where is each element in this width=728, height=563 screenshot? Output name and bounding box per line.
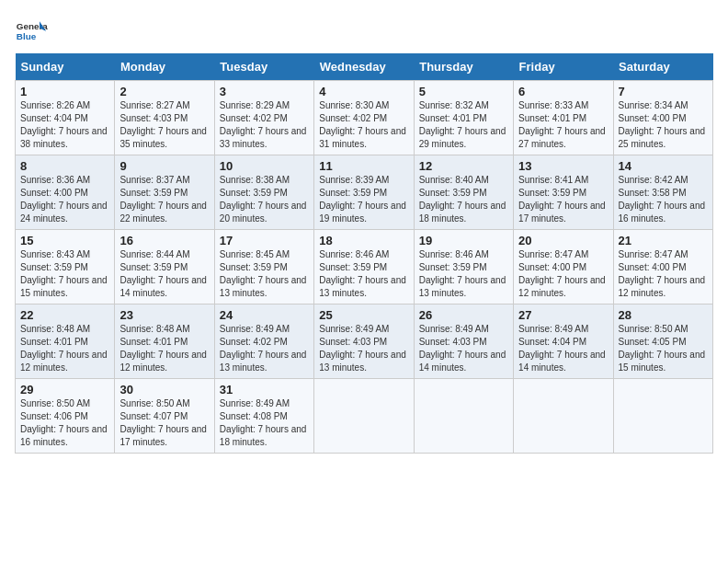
calendar-cell: 17 Sunrise: 8:45 AMSunset: 3:59 PMDaylig… <box>214 230 313 304</box>
day-detail: Sunrise: 8:49 AMSunset: 4:03 PMDaylight:… <box>319 324 406 373</box>
header-row: SundayMondayTuesdayWednesdayThursdayFrid… <box>16 53 713 81</box>
calendar-cell: 29 Sunrise: 8:50 AMSunset: 4:06 PMDaylig… <box>16 379 115 454</box>
day-detail: Sunrise: 8:47 AMSunset: 4:00 PMDaylight:… <box>619 249 706 298</box>
calendar-cell: 22 Sunrise: 8:48 AMSunset: 4:01 PMDaylig… <box>16 304 115 379</box>
calendar-cell: 8 Sunrise: 8:36 AMSunset: 4:00 PMDayligh… <box>16 155 115 230</box>
calendar-cell: 25 Sunrise: 8:49 AMSunset: 4:03 PMDaylig… <box>314 304 414 379</box>
calendar-cell: 20 Sunrise: 8:47 AMSunset: 4:00 PMDaylig… <box>514 230 613 304</box>
calendar-cell: 14 Sunrise: 8:42 AMSunset: 3:58 PMDaylig… <box>613 155 712 230</box>
day-detail: Sunrise: 8:41 AMSunset: 3:59 PMDaylight:… <box>518 175 606 224</box>
day-detail: Sunrise: 8:37 AMSunset: 3:59 PMDaylight:… <box>119 175 207 224</box>
day-detail: Sunrise: 8:50 AMSunset: 4:06 PMDaylight:… <box>20 398 108 447</box>
calendar-cell: 27 Sunrise: 8:49 AMSunset: 4:04 PMDaylig… <box>514 304 613 379</box>
calendar-cell: 15 Sunrise: 8:43 AMSunset: 3:59 PMDaylig… <box>16 230 115 304</box>
day-detail: Sunrise: 8:39 AMSunset: 3:59 PMDaylight:… <box>319 175 406 224</box>
calendar-cell: 7 Sunrise: 8:34 AMSunset: 4:00 PMDayligh… <box>613 81 712 155</box>
day-number: 14 <box>619 159 708 173</box>
day-detail: Sunrise: 8:49 AMSunset: 4:03 PMDaylight:… <box>419 324 506 373</box>
day-detail: Sunrise: 8:29 AMSunset: 4:02 PMDaylight:… <box>220 100 307 149</box>
calendar-week: 29 Sunrise: 8:50 AMSunset: 4:06 PMDaylig… <box>16 379 713 454</box>
calendar-table: SundayMondayTuesdayWednesdayThursdayFrid… <box>15 53 713 454</box>
calendar-cell <box>514 379 613 454</box>
day-detail: Sunrise: 8:33 AMSunset: 4:01 PMDaylight:… <box>518 100 606 149</box>
day-number: 20 <box>518 234 608 247</box>
day-number: 19 <box>419 234 508 247</box>
day-detail: Sunrise: 8:46 AMSunset: 3:59 PMDaylight:… <box>419 249 506 298</box>
calendar-cell: 12 Sunrise: 8:40 AMSunset: 3:59 PMDaylig… <box>414 155 513 230</box>
day-detail: Sunrise: 8:49 AMSunset: 4:04 PMDaylight:… <box>518 324 606 373</box>
day-number: 3 <box>220 85 309 98</box>
calendar-week: 8 Sunrise: 8:36 AMSunset: 4:00 PMDayligh… <box>16 155 713 230</box>
calendar-cell: 10 Sunrise: 8:38 AMSunset: 3:59 PMDaylig… <box>214 155 313 230</box>
day-detail: Sunrise: 8:42 AMSunset: 3:58 PMDaylight:… <box>619 175 706 224</box>
calendar-cell: 5 Sunrise: 8:32 AMSunset: 4:01 PMDayligh… <box>414 81 513 155</box>
day-number: 10 <box>220 159 309 173</box>
calendar-cell: 21 Sunrise: 8:47 AMSunset: 4:00 PMDaylig… <box>613 230 712 304</box>
day-number: 8 <box>20 159 109 173</box>
logo: General Blue <box>15 15 48 48</box>
day-detail: Sunrise: 8:48 AMSunset: 4:01 PMDaylight:… <box>20 324 108 373</box>
day-detail: Sunrise: 8:34 AMSunset: 4:00 PMDaylight:… <box>619 100 706 149</box>
calendar-cell: 28 Sunrise: 8:50 AMSunset: 4:05 PMDaylig… <box>613 304 712 379</box>
header-day: Wednesday <box>314 53 414 81</box>
day-detail: Sunrise: 8:32 AMSunset: 4:01 PMDaylight:… <box>419 100 506 149</box>
calendar-cell: 24 Sunrise: 8:49 AMSunset: 4:02 PMDaylig… <box>214 304 313 379</box>
day-number: 4 <box>319 85 408 98</box>
calendar-week: 15 Sunrise: 8:43 AMSunset: 3:59 PMDaylig… <box>16 230 713 304</box>
day-number: 27 <box>518 308 608 322</box>
day-detail: Sunrise: 8:43 AMSunset: 3:59 PMDaylight:… <box>20 249 108 298</box>
day-number: 17 <box>220 234 309 247</box>
day-number: 31 <box>220 383 309 396</box>
calendar-cell: 19 Sunrise: 8:46 AMSunset: 3:59 PMDaylig… <box>414 230 513 304</box>
day-detail: Sunrise: 8:30 AMSunset: 4:02 PMDaylight:… <box>319 100 406 149</box>
day-number: 11 <box>319 159 408 173</box>
day-detail: Sunrise: 8:38 AMSunset: 3:59 PMDaylight:… <box>220 175 307 224</box>
header-day: Saturday <box>613 53 712 81</box>
page-header: General Blue <box>15 15 713 48</box>
day-number: 2 <box>119 85 209 98</box>
day-number: 5 <box>419 85 508 98</box>
day-detail: Sunrise: 8:48 AMSunset: 4:01 PMDaylight:… <box>119 324 207 373</box>
header-day: Friday <box>514 53 613 81</box>
header-day: Tuesday <box>214 53 313 81</box>
header-day: Monday <box>115 53 214 81</box>
calendar-header: SundayMondayTuesdayWednesdayThursdayFrid… <box>16 53 713 81</box>
header-day: Sunday <box>16 53 115 81</box>
calendar-week: 22 Sunrise: 8:48 AMSunset: 4:01 PMDaylig… <box>16 304 713 379</box>
day-detail: Sunrise: 8:46 AMSunset: 3:59 PMDaylight:… <box>319 249 406 298</box>
calendar-cell: 6 Sunrise: 8:33 AMSunset: 4:01 PMDayligh… <box>514 81 613 155</box>
calendar-week: 1 Sunrise: 8:26 AMSunset: 4:04 PMDayligh… <box>16 81 713 155</box>
day-number: 22 <box>20 308 109 322</box>
day-number: 30 <box>119 383 209 396</box>
day-number: 25 <box>319 308 408 322</box>
header-day: Thursday <box>414 53 513 81</box>
day-detail: Sunrise: 8:40 AMSunset: 3:59 PMDaylight:… <box>419 175 506 224</box>
day-number: 29 <box>20 383 109 396</box>
day-detail: Sunrise: 8:45 AMSunset: 3:59 PMDaylight:… <box>220 249 307 298</box>
calendar-cell <box>613 379 712 454</box>
logo-icon: General Blue <box>15 15 48 48</box>
day-number: 23 <box>119 308 209 322</box>
svg-text:General: General <box>17 21 48 31</box>
calendar-cell: 30 Sunrise: 8:50 AMSunset: 4:07 PMDaylig… <box>115 379 214 454</box>
calendar-cell: 11 Sunrise: 8:39 AMSunset: 3:59 PMDaylig… <box>314 155 414 230</box>
calendar-cell <box>414 379 513 454</box>
day-detail: Sunrise: 8:50 AMSunset: 4:07 PMDaylight:… <box>119 398 207 447</box>
day-detail: Sunrise: 8:26 AMSunset: 4:04 PMDaylight:… <box>20 100 108 149</box>
day-number: 21 <box>619 234 708 247</box>
calendar-cell: 23 Sunrise: 8:48 AMSunset: 4:01 PMDaylig… <box>115 304 214 379</box>
calendar-cell: 9 Sunrise: 8:37 AMSunset: 3:59 PMDayligh… <box>115 155 214 230</box>
day-detail: Sunrise: 8:49 AMSunset: 4:02 PMDaylight:… <box>220 324 307 373</box>
day-number: 6 <box>518 85 608 98</box>
calendar-cell: 1 Sunrise: 8:26 AMSunset: 4:04 PMDayligh… <box>16 81 115 155</box>
calendar-cell: 26 Sunrise: 8:49 AMSunset: 4:03 PMDaylig… <box>414 304 513 379</box>
calendar-cell: 13 Sunrise: 8:41 AMSunset: 3:59 PMDaylig… <box>514 155 613 230</box>
calendar-cell <box>314 379 414 454</box>
day-number: 1 <box>20 85 109 98</box>
calendar-cell: 3 Sunrise: 8:29 AMSunset: 4:02 PMDayligh… <box>214 81 313 155</box>
day-number: 16 <box>119 234 209 247</box>
day-detail: Sunrise: 8:49 AMSunset: 4:08 PMDaylight:… <box>220 398 307 447</box>
day-number: 13 <box>518 159 608 173</box>
day-number: 15 <box>20 234 109 247</box>
day-number: 12 <box>419 159 508 173</box>
